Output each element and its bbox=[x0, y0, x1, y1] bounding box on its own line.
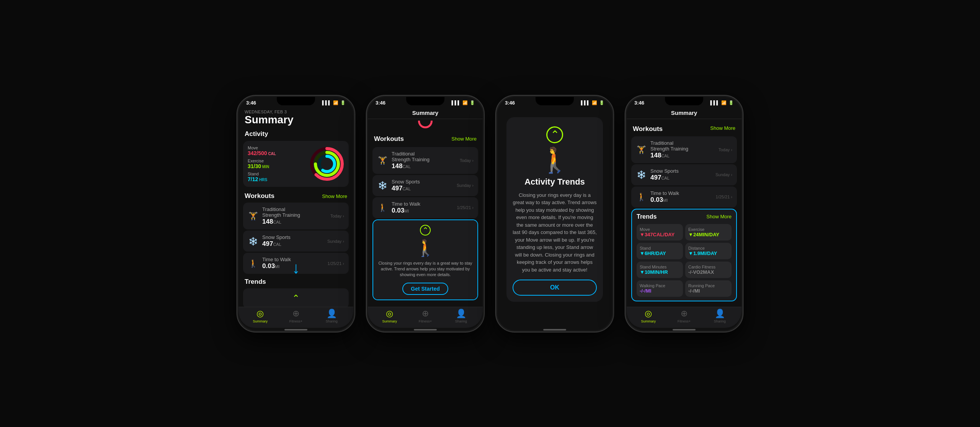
status-time-1: 3:46 bbox=[246, 100, 256, 106]
strength-icon-2: 🏋️ bbox=[377, 156, 388, 165]
workout-4-1: 🏋️ TraditionalStrength Training 148CAL T… bbox=[631, 136, 737, 163]
get-started-button[interactable]: Get Started bbox=[402, 283, 448, 295]
trend-running-pace: Running Pace -/-/MI bbox=[685, 280, 732, 297]
trend-distance-value: ▼1.9MI/DAY bbox=[688, 250, 728, 256]
trends-card-1: ⌃ bbox=[243, 288, 349, 306]
nav-bar-4: ◎ Summary ⊕ Fitness+ 👤 Sharing bbox=[627, 307, 742, 328]
walk-icon-2: 🚶 bbox=[377, 203, 388, 212]
nav-summary-4[interactable]: ◎ Summary bbox=[630, 309, 666, 323]
fitness-label-2: Fitness+ bbox=[419, 319, 432, 323]
status-time-3: 3:46 bbox=[505, 100, 515, 106]
workout-date-1-3: 1/25/21 › bbox=[328, 261, 344, 266]
screenshots-container: 3:46 ▌▌▌ 📶 🔋 Wednesday, Feb 3 Summary Ac… bbox=[237, 95, 743, 332]
workout-info-1-2: Snow Sports 497CAL bbox=[262, 234, 323, 248]
workout-cal-2-2: 497CAL bbox=[392, 185, 453, 192]
signal-icon-2: ▌▌▌ bbox=[452, 100, 461, 105]
workout-cal-4-1: 148CAL bbox=[650, 152, 715, 159]
nav-title-2: Summary bbox=[368, 107, 483, 119]
workout-4-3: 🚶 Time to Walk 0.03MI 1/25/21 › bbox=[631, 187, 737, 208]
workout-name-4-1: TraditionalStrength Training bbox=[650, 140, 715, 152]
trend-move-value: ▼347CAL/DAY bbox=[640, 232, 680, 237]
home-indicator-4 bbox=[673, 329, 696, 330]
ok-button[interactable]: OK bbox=[513, 280, 597, 296]
fitness-icon-1: ⊕ bbox=[292, 309, 299, 319]
sharing-icon-4: 👤 bbox=[715, 309, 725, 319]
nav-sharing-1[interactable]: 👤 Sharing bbox=[314, 309, 350, 323]
status-icons-2: ▌▌▌ 📶 🔋 bbox=[452, 100, 475, 105]
modal-chevron-up: ⌃ bbox=[546, 126, 563, 143]
awards-header-2: Awards Show More bbox=[368, 301, 483, 307]
sharing-label-2: Sharing bbox=[455, 319, 467, 323]
trend-walking-pace-label: Walking Pace bbox=[640, 283, 680, 288]
workout-info-2-2: Snow Sports 497CAL bbox=[392, 179, 453, 192]
activity-card: Move 342/500 CAL Exercise 31/30 MIN Stan… bbox=[243, 141, 349, 187]
workout-name-2-3: Time to Walk bbox=[392, 201, 453, 207]
workout-date-2-1: Today › bbox=[460, 158, 474, 163]
phone-1: 3:46 ▌▌▌ 📶 🔋 Wednesday, Feb 3 Summary Ac… bbox=[237, 95, 355, 332]
nav-fitness-4[interactable]: ⊕ Fitness+ bbox=[666, 309, 702, 323]
phone-4-content[interactable]: Summary Workouts Show More 🏋️ Traditiona… bbox=[627, 107, 742, 307]
nav-summary-1[interactable]: ◎ Summary bbox=[242, 309, 278, 323]
trend-exercise-value: ▼24MIN/DAY bbox=[688, 232, 728, 237]
workout-date-2-3: 1/25/21 › bbox=[457, 205, 474, 210]
trend-walking-pace-value: -/-/MI bbox=[640, 288, 680, 294]
nav-sharing-4[interactable]: 👤 Sharing bbox=[702, 309, 738, 323]
trend-walking-pace: Walking Pace -/-/MI bbox=[637, 280, 683, 297]
workout-info-4-3: Time to Walk 0.03MI bbox=[650, 190, 712, 204]
workout-info-4-1: TraditionalStrength Training 148CAL bbox=[650, 140, 715, 159]
show-more-4[interactable]: Show More bbox=[710, 125, 735, 131]
home-indicator-1 bbox=[284, 329, 307, 330]
nav-sharing-2[interactable]: 👤 Sharing bbox=[443, 309, 479, 323]
sharing-icon-1: 👤 bbox=[327, 309, 337, 319]
trends-text-2: Closing your rings every day is a great … bbox=[378, 260, 473, 278]
summary-label-2: Summary bbox=[382, 319, 397, 323]
wifi-icon-2: 📶 bbox=[462, 100, 468, 105]
workout-info-2-1: TraditionalStrength Training 148CAL bbox=[392, 151, 456, 170]
battery-icon-3: 🔋 bbox=[599, 100, 604, 105]
fitness-icon-4: ⊕ bbox=[681, 309, 688, 319]
status-time-4: 3:46 bbox=[634, 100, 644, 106]
trends-show-more-4[interactable]: Show More bbox=[706, 214, 732, 219]
strength-icon-1: 🏋️ bbox=[248, 211, 258, 221]
modal-walk-figure: 🚶 bbox=[539, 148, 570, 172]
nav-summary-2[interactable]: ◎ Summary bbox=[372, 309, 407, 323]
workout-cal-4-2: 497CAL bbox=[650, 174, 712, 182]
activity-stats: Move 342/500 CAL Exercise 31/30 MIN Stan… bbox=[248, 146, 305, 182]
summary-label-4: Summary bbox=[641, 319, 656, 323]
show-more-2[interactable]: Show More bbox=[451, 136, 477, 142]
workout-2-1: 🏋️ TraditionalStrength Training 148CAL T… bbox=[372, 147, 478, 174]
phone-3: 3:46 ▌▌▌ 📶 🔋 ⌃ 🚶 Activity Trends Closing… bbox=[495, 95, 614, 332]
trends-label-4: Trends bbox=[637, 213, 657, 220]
workout-info-4-2: Snow Sports 497CAL bbox=[650, 168, 712, 182]
summary-label-1: Summary bbox=[253, 319, 268, 323]
phone-4: 3:46 ▌▌▌ 📶 🔋 Summary Workouts Show More … bbox=[625, 95, 743, 332]
status-time-2: 3:46 bbox=[376, 100, 385, 106]
workout-name-2-2: Snow Sports bbox=[392, 179, 453, 185]
walk-icon-4: 🚶 bbox=[636, 192, 647, 201]
trends-section-header-4: Trends Show More bbox=[637, 213, 732, 222]
show-more-1[interactable]: Show More bbox=[322, 193, 347, 199]
move-label: Move bbox=[248, 146, 305, 150]
workouts-header-1: Workouts Show More bbox=[238, 188, 353, 201]
workout-4-2: ❄️ Snow Sports 497CAL Sunday › bbox=[631, 164, 737, 185]
workout-cal-2-1: 148CAL bbox=[392, 162, 456, 170]
workout-date-4-3: 1/25/21 › bbox=[716, 195, 732, 199]
workout-name-4-3: Time to Walk bbox=[650, 190, 712, 196]
nav-fitness-2[interactable]: ⊕ Fitness+ bbox=[407, 309, 443, 323]
wifi-icon-4: 📶 bbox=[721, 100, 727, 105]
wifi-icon-1: 📶 bbox=[333, 100, 338, 105]
sharing-label-4: Sharing bbox=[714, 319, 726, 323]
workout-name-4-2: Snow Sports bbox=[650, 168, 712, 174]
workout-info-2-3: Time to Walk 0.03MI bbox=[392, 201, 453, 214]
nav-fitness-1[interactable]: ⊕ Fitness+ bbox=[278, 309, 314, 323]
phone-3-content: ⌃ 🚶 Activity Trends Closing your rings e… bbox=[497, 107, 612, 328]
activity-rings bbox=[310, 147, 344, 181]
walk-icon-1: 🚶 bbox=[248, 259, 258, 268]
trend-exercise: Exercise ▼24MIN/DAY bbox=[685, 224, 732, 240]
stand-label: Stand bbox=[248, 172, 305, 176]
battery-icon-4: 🔋 bbox=[728, 100, 734, 105]
stand-stat: Stand 7/12 HRS bbox=[248, 172, 305, 182]
page-header-1: Wednesday, Feb 3 Summary bbox=[238, 107, 353, 128]
phone-2-content[interactable]: Summary Workouts Show More 🏋️ Traditiona… bbox=[368, 107, 483, 307]
trend-cardio-label: Cardio Fitness bbox=[688, 265, 728, 269]
